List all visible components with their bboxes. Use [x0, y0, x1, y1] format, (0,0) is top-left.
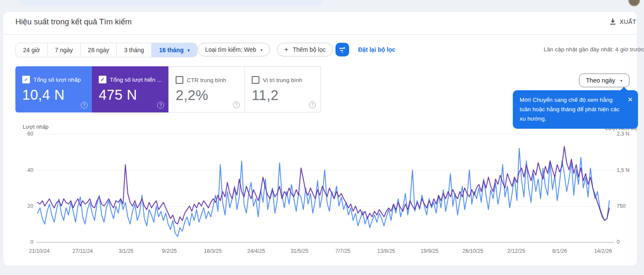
x-axis-labels: 21/10/24 27/11/24 3/1/25 9/2/25 18/3/25 …	[36, 248, 614, 256]
last-updated-text: Lần cập nhật gần đây nhất: 4 giờ trước	[544, 46, 644, 53]
metric-value: 10,4 N	[22, 87, 92, 103]
top-search-bar[interactable]	[19, 0, 323, 6]
checkbox-unchecked-icon[interactable]	[252, 76, 259, 84]
right-tick: 750	[617, 203, 626, 210]
metric-card-impressions[interactable]: ✓ Tổng số lượt hiển ... 475 N ?	[92, 66, 169, 112]
metric-value: 11,2	[252, 87, 321, 103]
page-title: Hiệu suất trong kết quả Tìm kiếm	[15, 17, 132, 27]
plus-icon: +	[284, 45, 288, 54]
right-tick: 0	[617, 239, 620, 245]
metric-card-position[interactable]: Vị trí trung bình 11,2 ?	[244, 66, 321, 112]
checkbox-checked-icon[interactable]: ✓	[22, 76, 30, 83]
performance-chart[interactable]	[36, 134, 614, 242]
metric-cards: ✓ Tổng số lượt nhấp 10,4 N ? ✓ Tổng số l…	[15, 66, 321, 112]
help-icon[interactable]: ?	[157, 102, 164, 109]
metric-card-clicks[interactable]: ✓ Tổng số lượt nhấp 10,4 N ?	[15, 66, 92, 112]
avatar[interactable]	[628, 0, 640, 6]
checkbox-checked-icon[interactable]: ✓	[99, 76, 106, 83]
smart-filter-button[interactable]	[335, 43, 349, 56]
chevron-down-icon: ▾	[188, 48, 190, 53]
x-axis-line	[36, 242, 614, 242]
close-icon[interactable]: ✕	[627, 95, 633, 105]
help-icon[interactable]: ?	[309, 101, 316, 108]
granularity-dropdown[interactable]: Theo ngày ▾	[579, 74, 629, 87]
search-type-dropdown[interactable]: Loại tìm kiếm: Web ▾	[198, 43, 270, 56]
download-icon	[609, 18, 616, 25]
left-tick: 20	[13, 203, 33, 210]
left-axis-title: Lượt nhấp	[23, 124, 49, 130]
metric-value: 475 N	[99, 87, 169, 103]
right-tick: 1,5 N	[617, 167, 629, 174]
left-tick: 0	[13, 239, 33, 245]
chevron-down-icon: ▾	[620, 78, 623, 83]
add-filter-button[interactable]: + Thêm bộ lọc	[277, 43, 333, 56]
divider	[191, 44, 191, 56]
metric-card-ctr[interactable]: CTR trung bình 2,2% ?	[168, 66, 245, 112]
tab-3m[interactable]: 3 tháng	[117, 43, 152, 57]
tab-24h[interactable]: 24 giờ	[16, 43, 48, 57]
help-icon[interactable]: ?	[233, 101, 240, 108]
left-tick: 60	[13, 130, 33, 137]
reset-filters-link[interactable]: Đặt lại bộ lọc	[358, 46, 395, 53]
divider	[4, 34, 636, 35]
tab-7d[interactable]: 7 ngày	[48, 43, 81, 57]
metric-value: 2,2%	[176, 87, 244, 103]
left-tick: 40	[13, 167, 33, 174]
export-label: XUẤT	[620, 18, 636, 25]
filter-sparkle-icon	[338, 46, 346, 53]
checkbox-unchecked-icon[interactable]	[176, 76, 183, 84]
promo-tooltip-text: Mới! Chuyển sang chế độ xem hằng tuần ho…	[520, 97, 619, 122]
promo-tooltip: Mới! Chuyển sang chế độ xem hằng tuần ho…	[513, 90, 638, 129]
export-button[interactable]: XUẤT	[609, 18, 636, 25]
tab-28d[interactable]: 28 ngày	[81, 43, 117, 57]
chevron-down-icon: ▾	[261, 47, 263, 52]
help-icon[interactable]: ?	[81, 102, 88, 109]
right-tick: 2,3 N	[617, 130, 629, 137]
date-range-tabs: 24 giờ 7 ngày 28 ngày 3 tháng 16 tháng ▾	[15, 43, 197, 57]
tab-16m-selected[interactable]: 16 tháng ▾	[152, 43, 197, 57]
